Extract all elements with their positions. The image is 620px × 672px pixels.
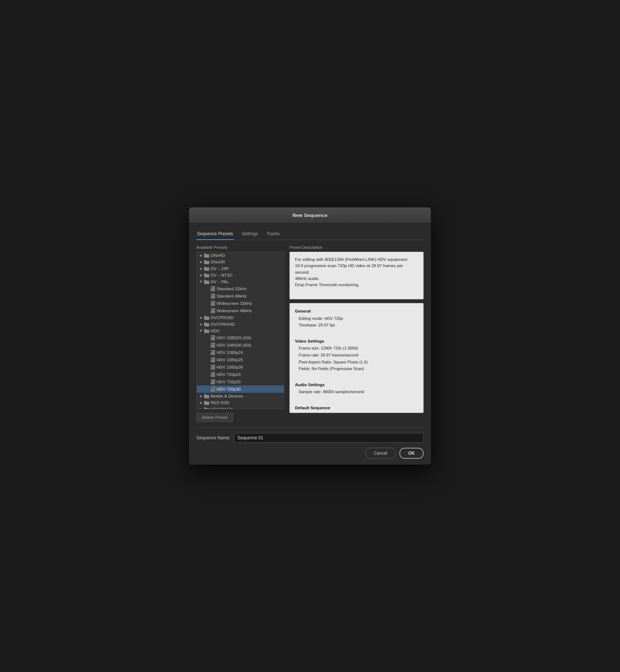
tree-item-hdv720p24[interactable]: HDV 720p24 [197,371,284,378]
tree-item-dnxhr[interactable]: ▶ DNxHR [197,259,284,265]
file-icon-std48 [211,293,215,299]
dialog-body: Sequence Presets Settings Tracks Availab… [189,223,431,465]
folder-icon-redr3d [204,401,209,405]
folder-icon-dvcprohd [204,322,209,326]
bottom-area: Sequence Name: Cancel OK [196,428,424,459]
frame-size: Frame size: 1280h 720v (1.0000) [295,345,418,352]
arrow-redr3d: ▶ [199,400,203,405]
folder-icon-dvpal [204,280,209,284]
tree-item-mobile[interactable]: ▶ Mobile & Devices [197,393,284,399]
delete-btn-area: Delete Preset [196,413,284,422]
audio-settings-title: Audio Settings [295,381,418,389]
tree-item-wide32[interactable]: Widescreen 32kHz [197,300,284,307]
tree-label-dvntsc: DV – NTSC [211,273,233,277]
file-icon-wide48 [211,308,215,313]
file-icon-hdv1080p25 [211,357,215,362]
sample-rate: Sample rate: 48000 samples/second [295,388,418,395]
tree-label-dnxhd: DNxHD [211,253,225,258]
tree-item-hdv[interactable]: ▶ HDV [197,328,284,334]
tree-label-dvpal: DV – PAL [211,280,229,284]
arrow-xdcamex: ▶ [199,407,203,409]
folder-icon-dv24p [204,267,209,271]
left-panel: Available Presets ▶ DNxHD ▶ DNxHR [196,245,284,422]
file-icon-wide32 [211,301,215,306]
arrow-dv24p: ▶ [199,266,203,271]
ok-button[interactable]: OK [399,448,424,459]
arrow-dvpal: ▶ [199,280,203,284]
tree-label-dvcprohd: DVCPROHD [211,322,235,326]
general-title: General [295,308,418,315]
tree-label-dv24p: DV – 24P [211,266,229,271]
dialog-title: New Sequence [292,213,327,218]
timebase: Timebase: 29.97 fps [295,322,418,329]
description-text: For editing with IEEE1394 (FireWire/i.LI… [295,257,408,287]
tree-item-hdv1080p24[interactable]: HDV 1080p24 [197,349,284,356]
video-settings-title: Video Settings [295,338,418,345]
arrow-hdv: ▶ [199,329,203,333]
delete-preset-button[interactable]: Delete Preset [196,413,233,422]
tree-label-mobile: Mobile & Devices [211,394,243,398]
file-icon-hdv1080p30 [211,365,215,370]
folder-icon-hdv [204,329,209,333]
editing-mode: Editing mode: HDV 720p [295,315,418,322]
preset-tree[interactable]: ▶ DNxHD ▶ DNxHR ▶ DV – 24P [196,252,284,409]
tree-item-hdv1080p30[interactable]: HDV 1080p30 [197,363,284,371]
tab-tracks[interactable]: Tracks [266,229,280,240]
tree-label-wide32: Widescreen 32kHz [217,301,252,306]
folder-icon-dnxhd [204,254,209,258]
tree-label-std32: Standard 32kHz [217,287,247,291]
folder-icon-dvcpro50 [204,316,209,320]
tree-item-redr3d[interactable]: ▶ RED R3D [197,399,284,406]
right-panel: Preset Description For editing with IEEE… [289,245,424,422]
arrow-dnxhd: ▶ [199,253,203,258]
tree-item-dv24p[interactable]: ▶ DV – 24P [197,265,284,272]
default-sequence-title: Default Sequence [295,405,418,412]
tree-item-xdcamex[interactable]: ▶ XDCAM EX [197,406,284,409]
tree-item-dnxhd[interactable]: ▶ DNxHD [197,252,284,259]
sequence-name-row: Sequence Name: [196,433,424,443]
tree-item-hdv1080i30[interactable]: HDV 1080i30 (60i) [197,341,284,349]
sequence-name-label: Sequence Name: [196,435,230,440]
cancel-button[interactable]: Cancel [365,448,396,459]
tree-item-dvcprohd[interactable]: ▶ DVCPROHD [197,321,284,328]
folder-icon-dnxhr [204,260,209,264]
tab-settings[interactable]: Settings [241,229,258,240]
folder-icon-dvntsc [204,273,209,277]
tree-item-std48[interactable]: Standard 48kHz [197,292,284,300]
tree-item-hdv1080i25[interactable]: HDV 1080i25 (50i) [197,334,284,341]
file-icon-hdv720p25 [211,379,215,384]
title-bar: New Sequence [189,207,431,223]
tree-item-dvcpro50[interactable]: ▶ DVCPRO50 [197,314,284,321]
file-icon-hdv720p24 [211,372,215,377]
available-presets-label: Available Presets [196,245,284,250]
file-icon-hdv720p30 [211,387,215,392]
tree-label-hdv1080p30: HDV 1080p30 [217,365,243,369]
file-icon-hdv1080i30 [211,343,215,348]
tree-item-hdv1080p25[interactable]: HDV 1080p25 [197,356,284,363]
file-icon-std32 [211,286,215,291]
tree-label-hdv720p24: HDV 720p24 [217,372,241,377]
tab-bar: Sequence Presets Settings Tracks [196,229,424,240]
new-sequence-dialog: New Sequence Sequence Presets Settings T… [189,207,431,465]
file-icon-hdv1080i25 [211,335,215,340]
tree-item-dvpal[interactable]: ▶ DV – PAL [197,278,284,285]
tree-item-hdv720p25[interactable]: HDV 720p25 [197,378,284,385]
tree-item-std32[interactable]: Standard 32kHz [197,285,284,292]
tree-item-dvntsc[interactable]: ▶ DV – NTSC [197,272,284,278]
sequence-name-input[interactable] [234,433,424,443]
fields: Fields: No Fields (Progressive Scan) [295,365,418,372]
frame-rate: Frame rate: 29.97 frames/second [295,352,418,359]
preset-description-label: Preset Description [289,245,424,250]
tree-item-hdv720p30[interactable]: HDV 720p30 [197,385,284,393]
arrow-dnxhr: ▶ [199,260,203,264]
arrow-dvntsc: ▶ [199,273,203,277]
file-icon-hdv1080p24 [211,350,215,355]
tab-sequence-presets[interactable]: Sequence Presets [196,229,234,240]
tree-item-wide48[interactable]: Widescreen 48kHz [197,307,284,314]
tree-label-hdv720p30: HDV 720p30 [217,387,241,391]
folder-icon-mobile [204,394,209,398]
pixel-aspect: Pixel Aspect Ratio: Square Pixels (1.0) [295,359,418,366]
arrow-mobile: ▶ [199,394,203,398]
tree-label-hdv1080i30: HDV 1080i30 (60i) [217,343,251,347]
tree-label-xdcamex: XDCAM EX [211,407,233,409]
